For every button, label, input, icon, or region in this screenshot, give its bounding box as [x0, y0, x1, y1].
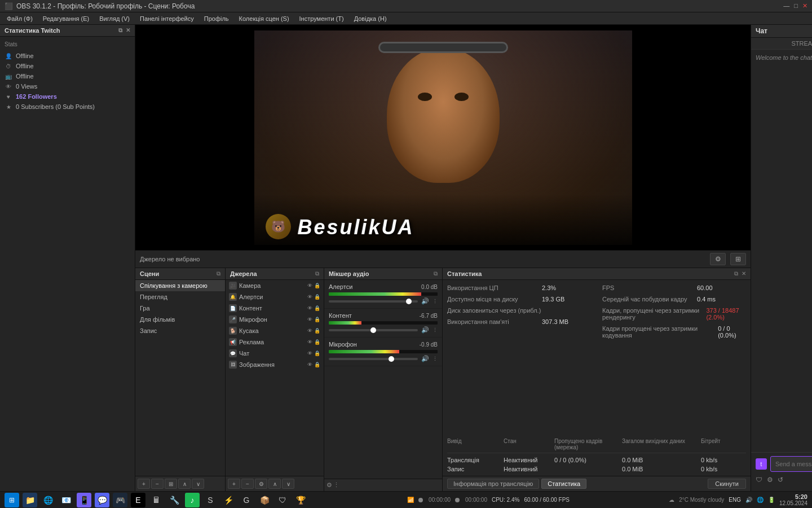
source-up-button[interactable]: ∧	[268, 479, 281, 489]
taskbar-epic[interactable]: E	[131, 493, 145, 507]
source-down-button[interactable]: ∨	[282, 479, 294, 489]
source-mic-eye[interactable]: 👁	[307, 317, 312, 322]
source-chat-lock[interactable]: 🔒	[314, 351, 320, 356]
source-camera-eye[interactable]: 👁	[307, 283, 312, 288]
source-mic-lock[interactable]: 🔒	[314, 317, 320, 322]
maximize-button[interactable]: □	[794, 2, 798, 10]
source-dog-lock[interactable]: 🔒	[314, 328, 320, 334]
scene-add-button[interactable]: +	[138, 479, 150, 489]
titlebar-controls[interactable]: — □ ✕	[783, 2, 807, 10]
stats-panel-header-icons[interactable]: ⧉ ✕	[118, 27, 130, 34]
source-alerts[interactable]: 🔔 Алертси 👁 🔒	[226, 291, 324, 303]
taskbar-viber[interactable]: 📱	[77, 493, 91, 507]
mixer-alerts-menu[interactable]: ⋮	[433, 299, 438, 304]
mixer-settings-icon[interactable]: ⚙	[326, 481, 332, 489]
taskbar-app2[interactable]: S	[203, 493, 218, 507]
source-add-button[interactable]: +	[228, 479, 240, 489]
mixer-mic-slider[interactable]	[329, 358, 418, 360]
sources-popout-icon[interactable]: ⧉	[315, 270, 319, 277]
taskbar-app3[interactable]: ⚡	[221, 493, 236, 507]
tab-broadcast-info[interactable]: Інформація про трансляцію	[447, 479, 539, 489]
scene-item-review[interactable]: Перегляд	[135, 291, 225, 303]
taskbar-app4[interactable]: 📦	[257, 493, 272, 507]
mixer-mic-mute[interactable]: 🔊	[421, 355, 429, 362]
mixer-menu-icon[interactable]: ⋮	[333, 481, 339, 489]
source-image-eye[interactable]: 👁	[307, 362, 312, 367]
source-image-lock[interactable]: 🔒	[314, 362, 320, 367]
stats-popout-icon[interactable]: ⧉	[734, 270, 738, 277]
source-content-eye[interactable]: 👁	[307, 305, 312, 311]
taskbar-explorer[interactable]: 📁	[23, 493, 37, 507]
mixer-content-slider[interactable]	[329, 329, 418, 331]
chat-settings-icon[interactable]: ⚙	[767, 476, 773, 484]
taskbar-start-button[interactable]: ⊞	[5, 493, 19, 507]
source-image[interactable]: 🖼 Зображення 👁 🔒	[226, 359, 324, 370]
source-content-lock[interactable]: 🔒	[314, 305, 320, 311]
source-remove-button[interactable]: −	[241, 479, 254, 489]
source-camera[interactable]: 🎥 Камера 👁 🔒	[226, 280, 324, 291]
mixer-content-mute[interactable]: 🔊	[421, 326, 429, 334]
taskbar-app1[interactable]: 🔧	[167, 493, 182, 507]
menu-item[interactable]: Профіль	[200, 14, 233, 23]
taskbar-app6[interactable]: 🏆	[293, 493, 308, 507]
menu-item[interactable]: Довідка (Н)	[350, 14, 391, 23]
menu-item[interactable]: Редагування (Е)	[38, 14, 94, 23]
mixer-mic-thumb[interactable]	[389, 356, 394, 362]
menu-item[interactable]: Інструменти (Т)	[295, 14, 348, 23]
mixer-content-menu[interactable]: ⋮	[433, 327, 438, 333]
stats-close-icon[interactable]: ✕	[742, 270, 746, 277]
source-settings-button[interactable]: ⚙	[255, 479, 267, 489]
source-microphone[interactable]: 🎤 Мікрофон 👁 🔒	[226, 314, 324, 325]
taskbar-gog[interactable]: G	[239, 493, 254, 507]
scene-item-camera[interactable]: Спілкування з камерою	[135, 280, 225, 291]
stats-panel-close-icon[interactable]: ✕	[126, 27, 130, 34]
taskbar-chrome[interactable]: 🌐	[41, 493, 55, 507]
chat-refresh-icon[interactable]: ↺	[778, 476, 783, 484]
taskbar-app5[interactable]: 🛡	[275, 493, 290, 507]
taskbar-left[interactable]: ⊞ 📁 🌐 📧 📱 💬 🎮 E 🖩 🔧 ♪ S ⚡ G 📦 🛡 🏆	[5, 493, 308, 507]
scene-remove-button[interactable]: −	[151, 479, 164, 489]
mixer-alerts-slider[interactable]	[329, 300, 418, 303]
scene-down-button[interactable]: ∨	[192, 479, 204, 489]
mixer-mic-menu[interactable]: ⋮	[433, 356, 438, 362]
source-dog[interactable]: 🐕 Кусака 👁 🔒	[226, 325, 324, 336]
taskbar-steam[interactable]: 🎮	[113, 493, 127, 507]
source-dog-eye[interactable]: 👁	[307, 328, 312, 334]
source-camera-lock[interactable]: 🔒	[314, 283, 320, 288]
mixer-content-thumb[interactable]	[370, 327, 376, 333]
tab-statistics[interactable]: Статистика	[541, 479, 586, 489]
taskbar-discord[interactable]: 💬	[95, 493, 109, 507]
minimize-button[interactable]: —	[783, 2, 789, 10]
source-chat[interactable]: 💬 Чат 👁 🔒	[226, 348, 324, 359]
menu-item[interactable]: Файл (Ф)	[2, 14, 37, 23]
chat-message-input[interactable]	[770, 456, 812, 472]
taskbar-calc[interactable]: 🖩	[149, 493, 164, 507]
scene-item-game[interactable]: Гра	[135, 303, 225, 314]
source-ad-lock[interactable]: 🔒	[314, 339, 320, 345]
preview-settings-button[interactable]: ⚙	[710, 253, 726, 265]
source-ad-eye[interactable]: 👁	[307, 339, 312, 345]
scene-up-button[interactable]: ∧	[178, 479, 191, 489]
close-button[interactable]: ✕	[802, 2, 807, 10]
source-alerts-eye[interactable]: 👁	[307, 294, 312, 300]
source-chat-eye[interactable]: 👁	[307, 351, 312, 356]
taskbar-spotify[interactable]: ♪	[185, 493, 200, 507]
mixer-alerts-thumb[interactable]	[406, 299, 412, 304]
preview-studio-button[interactable]: ⊞	[730, 253, 746, 265]
mixer-popout-icon[interactable]: ⧉	[434, 270, 438, 277]
scene-item-record[interactable]: Запис	[135, 325, 225, 336]
scene-item-films[interactable]: Для фільмів	[135, 314, 225, 325]
menu-item[interactable]: Вигляд (V)	[95, 14, 134, 23]
source-alerts-lock[interactable]: 🔒	[314, 294, 320, 300]
source-content[interactable]: 📄 Контент 👁 🔒	[226, 303, 324, 314]
taskbar-volume-icon[interactable]: 🔊	[745, 497, 752, 503]
menu-item[interactable]: Панелі інтерфейсу	[135, 14, 198, 23]
reset-button[interactable]: Скинути	[708, 479, 746, 489]
chat-shield-icon[interactable]: 🛡	[756, 476, 762, 484]
source-ad[interactable]: 📢 Реклама 👁 🔒	[226, 336, 324, 348]
scenes-popout-icon[interactable]: ⧉	[217, 270, 220, 277]
stats-panel-popout-icon[interactable]: ⧉	[118, 27, 122, 34]
menu-item[interactable]: Колекція сцен (S)	[235, 14, 294, 23]
scene-filter-button[interactable]: ⊞	[165, 479, 177, 489]
mixer-alerts-mute[interactable]: 🔊	[421, 297, 429, 305]
